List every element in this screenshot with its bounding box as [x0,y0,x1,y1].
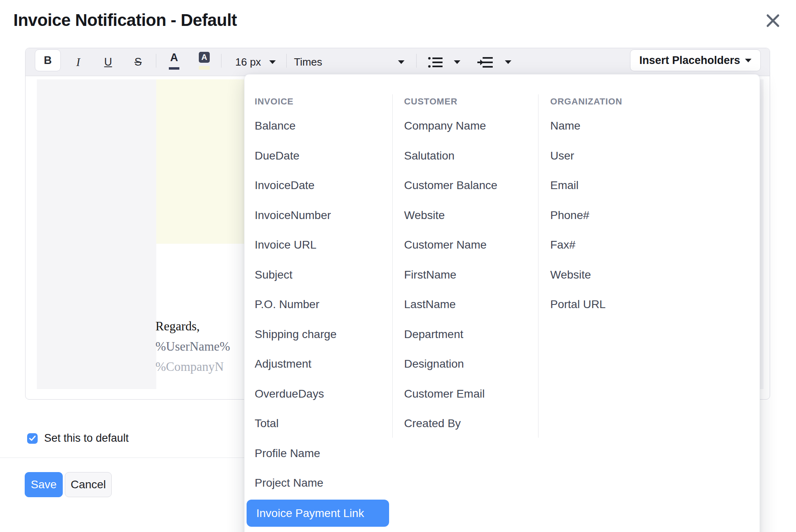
placeholder-item-designation[interactable]: Designation [404,357,464,371]
bold-icon: B [44,54,52,67]
placeholder-item-department[interactable]: Department [404,328,463,341]
set-default-label: Set this to default [44,432,129,445]
underline-icon: U [104,56,112,68]
placeholder-column-heading-invoice: INVOICE [255,96,294,107]
toolbar-divider [416,54,417,68]
font-color-swatch [169,67,179,70]
insert-placeholders-button[interactable]: Insert Placeholders [630,49,761,71]
placeholders-dropdown: INVOICEBalanceDueDateInvoiceDateInvoiceN… [244,74,760,532]
placeholder-item-portal-url[interactable]: Portal URL [550,298,606,311]
placeholder-item-subject[interactable]: Subject [255,268,292,282]
cancel-button[interactable]: Cancel [65,472,112,497]
column-divider [538,94,538,438]
placeholder-item-fax-[interactable]: Fax# [550,238,575,252]
placeholder-item-balance[interactable]: Balance [255,119,296,133]
save-button[interactable]: Save [25,472,63,497]
set-default-checkbox[interactable] [27,433,38,444]
invoice-notification-modal: Invoice Notification - Default B I U S A [0,0,796,532]
bullet-list-button[interactable] [428,48,443,76]
placeholder-item-invoicenumber[interactable]: InvoiceNumber [255,209,331,222]
placeholder-item-company-name[interactable]: Company Name [404,119,486,133]
email-highlight-section [156,79,252,244]
highlight-color-swatch [199,66,210,70]
font-family-value: Times [294,56,322,68]
insert-placeholders-caret-icon [745,59,751,62]
toolbar-divider [156,54,156,68]
placeholder-item-project-name[interactable]: Project Name [255,476,324,490]
placeholder-item-lastname[interactable]: LastName [404,298,456,311]
indent-icon [477,56,493,68]
placeholder-column-heading-customer: CUSTOMER [404,96,458,107]
bold-button[interactable]: B [35,49,61,71]
placeholder-item-profile-name[interactable]: Profile Name [255,447,320,460]
bullet-list-caret-icon[interactable] [453,48,461,76]
placeholder-item-email[interactable]: Email [550,179,579,192]
placeholder-item-website[interactable]: Website [404,209,445,222]
font-color-button[interactable]: A [165,51,183,74]
font-family-caret-icon[interactable] [397,48,405,76]
placeholder-item-salutation[interactable]: Salutation [404,149,455,163]
italic-icon: I [76,55,80,69]
font-size-value: 16 px [235,56,261,68]
placeholder-item-shipping-charge[interactable]: Shipping charge [255,328,336,341]
font-family-select[interactable]: Times [294,48,359,76]
underline-button[interactable]: U [100,48,116,76]
placeholder-item-name[interactable]: Name [550,119,581,133]
strikethrough-button[interactable]: S [130,48,146,76]
footer-divider [0,458,259,458]
font-color-icon: A [165,51,183,64]
close-icon[interactable] [764,12,781,29]
placeholder-item-customer-name[interactable]: Customer Name [404,238,487,252]
font-size-caret-icon[interactable] [268,48,277,76]
bullet-list-icon [428,56,443,68]
signature-regards: Regards, [155,316,230,336]
page-title: Invoice Notification - Default [13,11,237,30]
insert-placeholders-label: Insert Placeholders [639,54,740,67]
set-default-row[interactable]: Set this to default [27,432,129,445]
placeholder-item-total[interactable]: Total [255,417,279,430]
indent-caret-icon[interactable] [504,48,512,76]
placeholder-item-invoice-url[interactable]: Invoice URL [255,238,317,252]
formatting-toolbar: B I U S A A 16 px [26,48,770,76]
placeholder-item-invoice-payment-link[interactable]: Invoice Payment Link [247,500,389,527]
placeholder-item-customer-balance[interactable]: Customer Balance [404,179,497,192]
placeholder-item-phone-[interactable]: Phone# [550,209,590,222]
placeholder-item-invoicedate[interactable]: InvoiceDate [255,179,315,192]
signature-username-placeholder: %UserName% [155,336,230,357]
placeholder-item-firstname[interactable]: FirstName [404,268,456,282]
indent-button[interactable] [477,48,493,76]
toolbar-divider [221,54,221,68]
highlight-icon: A [199,52,210,63]
checkmark-icon [29,436,36,441]
toolbar-divider [286,54,287,68]
strikethrough-icon: S [134,56,142,68]
placeholder-item-created-by[interactable]: Created By [404,417,461,430]
placeholder-item-p-o-number[interactable]: P.O. Number [255,298,319,311]
italic-button[interactable]: I [70,48,86,76]
placeholder-item-customer-email[interactable]: Customer Email [404,387,485,401]
placeholder-item-user[interactable]: User [550,149,574,163]
highlight-color-button[interactable]: A [195,51,213,74]
column-divider [392,94,393,438]
signature-company-placeholder: %CompanyN [155,357,230,377]
placeholder-item-adjustment[interactable]: Adjustment [255,357,311,371]
placeholder-item-duedate[interactable]: DueDate [255,149,300,163]
placeholder-column-heading-organization: ORGANIZATION [550,96,622,107]
placeholder-item-website[interactable]: Website [550,268,591,282]
placeholder-item-overduedays[interactable]: OverdueDays [255,387,324,401]
email-signature[interactable]: Regards, %UserName% %CompanyN [155,316,230,377]
